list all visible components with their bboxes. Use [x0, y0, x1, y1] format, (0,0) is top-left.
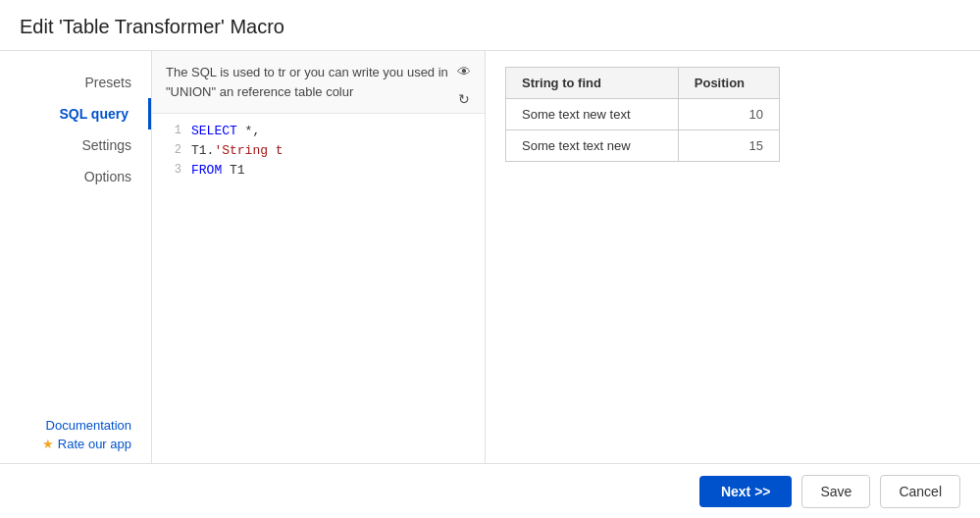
code-line-1: 1 SELECT *, — [152, 124, 485, 143]
next-button[interactable]: Next >> — [699, 476, 793, 507]
code-content-2: T1.'String t — [191, 143, 284, 158]
refresh-icon: ↻ — [458, 89, 470, 110]
code-line-3: 3 FROM T1 — [152, 163, 485, 182]
cell-position-0: 10 — [678, 99, 779, 130]
description-text: The SQL is used to tr or you can write y… — [166, 65, 448, 99]
sidebar-item-presets[interactable]: Presets — [0, 67, 151, 98]
code-content-3: FROM T1 — [191, 163, 245, 178]
col-position: Position — [678, 68, 779, 99]
sidebar: Presets SQL query Settings Options Docum… — [0, 51, 152, 463]
results-table: String to find Position Some text new te… — [505, 67, 780, 162]
content-area: The SQL is used to tr or you can write y… — [152, 51, 980, 463]
left-panel: The SQL is used to tr or you can write y… — [152, 51, 486, 463]
refresh-icon-btn[interactable]: ↻ — [453, 88, 475, 110]
page-container: Edit 'Table Transformer' Macro Presets S… — [0, 0, 980, 518]
header-row: String to find Position — [506, 68, 780, 99]
description-icons: 👁 ↻ — [453, 61, 475, 110]
code-editor[interactable]: 1 SELECT *, 2 T1.'String t 3 — [152, 114, 485, 463]
description-box: The SQL is used to tr or you can write y… — [152, 51, 485, 114]
footer: Next >> Save Cancel — [0, 463, 980, 518]
page-title: Edit 'Table Transformer' Macro — [20, 16, 284, 37]
save-button[interactable]: Save — [801, 475, 870, 508]
documentation-link[interactable]: Documentation — [20, 418, 131, 433]
cell-string-0: Some text new text — [506, 99, 679, 130]
eye-icon: 👁 — [457, 62, 471, 82]
col-string-to-find: String to find — [506, 68, 679, 99]
sidebar-item-settings[interactable]: Settings — [0, 130, 151, 161]
table-header: String to find Position — [506, 68, 780, 99]
code-line-2: 2 T1.'String t — [152, 143, 485, 163]
sidebar-nav: Presets SQL query Settings Options — [0, 51, 151, 192]
code-content-1: SELECT *, — [191, 124, 260, 138]
table-row: Some text new text 10 — [506, 99, 780, 130]
line-number-2: 2 — [162, 143, 181, 157]
table-row: Some text text new 15 — [506, 130, 780, 162]
star-icon: ★ — [42, 437, 54, 451]
eye-icon-btn[interactable]: 👁 — [453, 61, 475, 82]
page-header: Edit 'Table Transformer' Macro — [0, 0, 980, 51]
sidebar-item-sql-query[interactable]: SQL query — [0, 98, 151, 130]
sidebar-item-options[interactable]: Options — [0, 161, 151, 192]
right-panel: String to find Position Some text new te… — [486, 51, 980, 463]
cell-position-1: 15 — [678, 130, 779, 162]
middle-section: Presets SQL query Settings Options Docum… — [0, 51, 980, 463]
cell-string-1: Some text text new — [506, 130, 679, 162]
line-number-3: 3 — [162, 163, 181, 177]
cancel-button[interactable]: Cancel — [880, 475, 960, 508]
rate-app-link[interactable]: ★Rate our app — [20, 437, 131, 451]
table-body: Some text new text 10 Some text text new… — [506, 99, 780, 162]
sidebar-footer: Documentation ★Rate our app — [0, 410, 151, 463]
line-number-1: 1 — [162, 124, 181, 137]
